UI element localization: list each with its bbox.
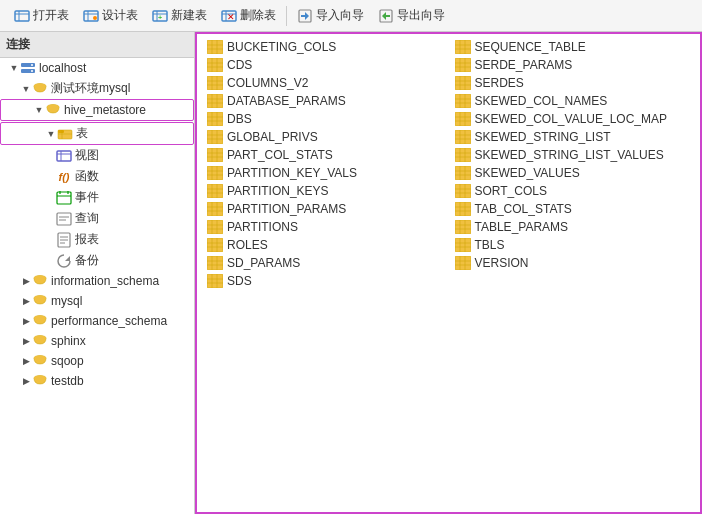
table-name: PARTITION_PARAMS: [227, 202, 346, 216]
table-name: SEQUENCE_TABLE: [475, 40, 586, 54]
table-row[interactable]: SKEWED_VALUES: [449, 164, 697, 182]
sidebar-item-queries[interactable]: 查询: [0, 208, 194, 229]
table-row[interactable]: PARTITION_KEYS: [201, 182, 449, 200]
sidebar-item-localhost[interactable]: ▼ localhost: [0, 58, 194, 78]
svg-rect-173: [455, 202, 471, 216]
expand-icon-info: ▶: [20, 275, 32, 287]
table-row[interactable]: SKEWED_STRING_LIST_VALUES: [449, 146, 697, 164]
svg-rect-88: [207, 148, 223, 162]
sidebar-item-events[interactable]: 事件: [0, 187, 194, 208]
svg-point-22: [31, 70, 33, 72]
svg-rect-93: [207, 166, 223, 180]
table-row[interactable]: PART_COL_STATS: [201, 146, 449, 164]
table-row[interactable]: SKEWED_COL_NAMES: [449, 92, 697, 110]
svg-rect-118: [207, 256, 223, 270]
table-row[interactable]: DATABASE_PARAMS: [201, 92, 449, 110]
design-table-button[interactable]: 设计表: [77, 5, 144, 26]
table-name: TBLS: [475, 238, 505, 252]
sidebar-item-views[interactable]: 视图: [0, 145, 194, 166]
table-name: SERDE_PARAMS: [475, 58, 573, 72]
sidebar-item-reports[interactable]: 报表: [0, 229, 194, 250]
db-icon-hive: [45, 102, 61, 118]
sidebar-item-backups[interactable]: 备份: [0, 250, 194, 271]
table-icon: [455, 256, 471, 270]
svg-point-55: [34, 356, 46, 361]
table-row[interactable]: SERDES: [449, 74, 697, 92]
sidebar-item-perf-schema[interactable]: ▶ performance_schema: [0, 311, 194, 331]
svg-rect-113: [207, 238, 223, 252]
table-icon: [207, 166, 223, 180]
table-row[interactable]: TABLE_PARAMS: [449, 218, 697, 236]
table-name: TAB_COL_STATS: [475, 202, 572, 216]
table-icon: [207, 238, 223, 252]
expand-icon-tables: ▼: [45, 128, 57, 140]
table-row[interactable]: SKEWED_STRING_LIST: [449, 128, 697, 146]
svg-rect-73: [207, 94, 223, 108]
svg-point-6: [93, 16, 97, 20]
table-row[interactable]: ROLES: [201, 236, 449, 254]
sidebar-item-info-schema[interactable]: ▶ information_schema: [0, 271, 194, 291]
table-row[interactable]: BUCKETING_COLS: [201, 38, 449, 56]
table-row[interactable]: PARTITION_PARAMS: [201, 200, 449, 218]
sidebar-item-tables-folder[interactable]: ▼ 表: [0, 122, 194, 145]
table-row[interactable]: TAB_COL_STATS: [449, 200, 697, 218]
table-icon: [455, 148, 471, 162]
table-row[interactable]: SD_PARAMS: [201, 254, 449, 272]
table-icon: [455, 238, 471, 252]
svg-rect-31: [57, 151, 71, 161]
svg-marker-18: [382, 12, 390, 20]
table-row[interactable]: PARTITIONS: [201, 218, 449, 236]
sidebar-item-testdb[interactable]: ▶ testdb: [0, 371, 194, 391]
table-row[interactable]: SERDE_PARAMS: [449, 56, 697, 74]
table-row[interactable]: SDS: [201, 272, 449, 290]
table-icon: [207, 112, 223, 126]
table-row[interactable]: TBLS: [449, 236, 697, 254]
table-icon: [207, 256, 223, 270]
table-row[interactable]: PARTITION_KEY_VALS: [201, 164, 449, 182]
table-row[interactable]: GLOBAL_PRIVS: [201, 128, 449, 146]
table-row[interactable]: VERSION: [449, 254, 697, 272]
svg-rect-138: [455, 76, 471, 90]
view-icon: [56, 148, 72, 164]
export-wizard-button[interactable]: 导出向导: [372, 5, 451, 26]
table-row[interactable]: SORT_COLS: [449, 182, 697, 200]
table-icon: [207, 40, 223, 54]
table-row[interactable]: SKEWED_COL_VALUE_LOC_MAP: [449, 110, 697, 128]
import-wizard-button[interactable]: 导入向导: [291, 5, 370, 26]
new-table-button[interactable]: + 新建表: [146, 5, 213, 26]
table-name: BUCKETING_COLS: [227, 40, 336, 54]
sidebar-item-sqoop[interactable]: ▶ sqoop: [0, 351, 194, 371]
table-row[interactable]: COLUMNS_V2: [201, 74, 449, 92]
backup-icon: [56, 253, 72, 269]
svg-point-53: [34, 336, 46, 341]
import-wizard-label: 导入向导: [316, 7, 364, 24]
sidebar-item-sphinx[interactable]: ▶ sphinx: [0, 331, 194, 351]
expand-icon-sphinx: ▶: [20, 335, 32, 347]
svg-rect-34: [57, 192, 71, 204]
table-icon: [455, 112, 471, 126]
delete-table-button[interactable]: ✕ 删除表: [215, 5, 282, 26]
svg-point-57: [34, 376, 46, 381]
sidebar-item-hive-metastore[interactable]: ▼ hive_metastore: [0, 99, 194, 121]
report-icon: [56, 232, 72, 248]
open-table-button[interactable]: 打开表: [8, 5, 75, 26]
function-icon: f(): [56, 169, 72, 185]
sidebar-item-testenv[interactable]: ▼ 测试环境mysql: [0, 78, 194, 99]
table-icon: [455, 40, 471, 54]
svg-rect-158: [455, 148, 471, 162]
svg-text:✕: ✕: [227, 12, 235, 22]
svg-point-24: [34, 83, 46, 88]
svg-text:+: +: [158, 13, 163, 22]
table-icon: [207, 130, 223, 144]
expand-icon-mysql: ▶: [20, 295, 32, 307]
sidebar-item-functions[interactable]: f() 函数: [0, 166, 194, 187]
sidebar-item-mysql[interactable]: ▶ mysql: [0, 291, 194, 311]
expand-icon-localhost: ▼: [8, 62, 20, 74]
table-row[interactable]: DBS: [201, 110, 449, 128]
table-name: SKEWED_COL_VALUE_LOC_MAP: [475, 112, 668, 126]
table-icon: [455, 220, 471, 234]
table-row[interactable]: CDS: [201, 56, 449, 74]
table-name: SKEWED_COL_NAMES: [475, 94, 608, 108]
table-row[interactable]: SEQUENCE_TABLE: [449, 38, 697, 56]
table-icon: [207, 274, 223, 288]
